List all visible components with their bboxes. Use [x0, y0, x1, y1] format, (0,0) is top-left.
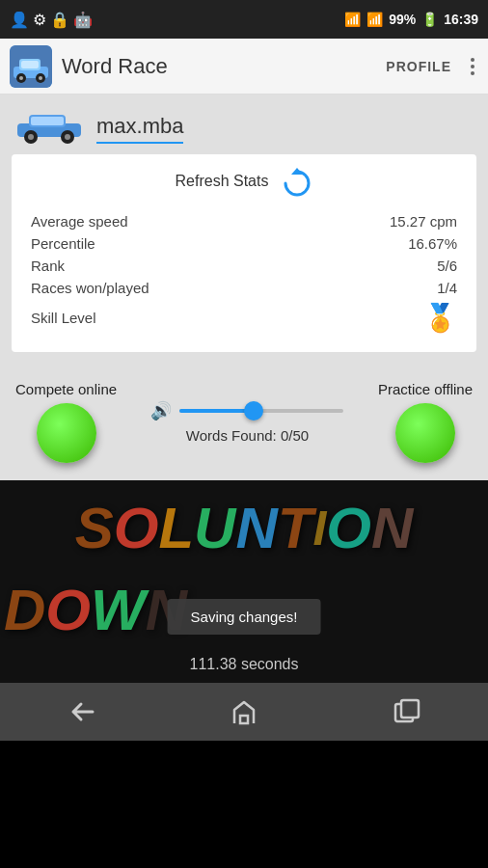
- percentile-value: 16.67%: [408, 235, 457, 252]
- svg-rect-7: [21, 61, 39, 68]
- letter-T: T: [278, 500, 313, 557]
- status-right: 📶 📶 99% 🔋 16:39: [344, 12, 478, 27]
- letter-U: U: [194, 500, 235, 557]
- timer-text: 111.38 seconds: [190, 656, 299, 672]
- profile-section: max.mba: [0, 95, 488, 154]
- compete-section: Compete online: [15, 381, 117, 463]
- volume-slider[interactable]: [179, 409, 343, 413]
- more-dot-1: [471, 58, 474, 62]
- notification-icon1: 👤: [10, 11, 29, 29]
- svg-point-13: [65, 134, 70, 140]
- app-bar: Word Race PROFILE: [0, 39, 488, 95]
- profile-button[interactable]: PROFILE: [386, 59, 451, 74]
- back-icon: [66, 698, 96, 725]
- letter-I: I: [312, 504, 326, 553]
- slider-thumb[interactable]: [244, 401, 263, 420]
- battery-percent: 99%: [389, 12, 416, 27]
- svg-rect-14: [31, 117, 64, 125]
- letter-N1: N: [235, 500, 277, 557]
- recent-apps-button[interactable]: [383, 692, 431, 731]
- home-icon: [230, 698, 258, 725]
- average-speed-label: Average speed: [31, 213, 128, 230]
- refresh-row: Refresh Stats: [31, 166, 457, 197]
- signal-icon: 📶: [366, 12, 383, 27]
- username-label: max.mba: [96, 114, 183, 144]
- bottom-nav: [0, 683, 488, 741]
- letter-S: S: [75, 500, 114, 557]
- game-controls: Compete online 🔊 Words Found: 0/50 Pract…: [0, 381, 488, 463]
- svg-point-4: [19, 76, 23, 80]
- rank-row: Rank 5/6: [31, 255, 457, 277]
- saving-toast: Saving changes!: [168, 599, 321, 635]
- races-label: Races won/played: [31, 280, 149, 296]
- slider-section: 🔊 Words Found: 0/50: [150, 400, 343, 444]
- car-icon-svg: [10, 45, 52, 88]
- words-found-label: Words Found: 0/50: [186, 427, 309, 444]
- letter-O1: O: [114, 500, 159, 557]
- wifi-icon: 📶: [344, 12, 361, 27]
- skill-row: Skill Level 🏅: [31, 299, 457, 337]
- compete-label: Compete online: [15, 381, 117, 397]
- more-dot-3: [471, 71, 474, 75]
- trophy-icon: 🏅: [423, 302, 457, 334]
- letter-N2: N: [371, 500, 413, 557]
- volume-icon: 🔊: [150, 400, 172, 421]
- rank-label: Rank: [31, 258, 65, 274]
- app-title: Word Race: [62, 54, 386, 79]
- letter-D: D: [4, 582, 45, 639]
- back-button[interactable]: [57, 692, 105, 731]
- letter-O3: O: [45, 582, 91, 639]
- toast-text: Saving changes!: [191, 609, 298, 625]
- stats-card: Refresh Stats Average speed 15.27 cpm Pe…: [12, 154, 476, 352]
- clock: 16:39: [444, 12, 478, 27]
- letter-L: L: [158, 500, 194, 557]
- refresh-button[interactable]: [282, 166, 312, 197]
- percentile-row: Percentile 16.67%: [31, 232, 457, 255]
- skill-label: Skill Level: [31, 310, 96, 326]
- timer-display: 111.38 seconds: [0, 656, 488, 673]
- word-row-1: S O L U N T I O N: [0, 500, 488, 557]
- svg-point-6: [39, 76, 42, 80]
- practice-button[interactable]: [395, 403, 455, 463]
- percentile-label: Percentile: [31, 235, 95, 252]
- game-canvas: S O L U N T I O N D O W N Saving changes…: [0, 480, 488, 683]
- username-container: max.mba: [96, 114, 473, 139]
- rank-value: 5/6: [437, 258, 457, 274]
- notification-icon2: ⚙: [33, 11, 46, 29]
- app-icon: [10, 45, 52, 88]
- svg-rect-18: [401, 700, 419, 718]
- refresh-label: Refresh Stats: [176, 173, 269, 190]
- status-bar: 👤 ⚙ 🔒 🤖 📶 📶 99% 🔋 16:39: [0, 0, 488, 39]
- home-button[interactable]: [220, 692, 268, 731]
- recent-apps-icon: [393, 698, 420, 725]
- average-speed-value: 15.27 cpm: [390, 213, 457, 230]
- notification-icons: 👤 ⚙ 🔒 🤖: [10, 11, 93, 29]
- more-dot-2: [471, 65, 474, 68]
- more-menu-button[interactable]: [467, 54, 478, 79]
- word-row-2: D O W N: [0, 582, 187, 639]
- notification-icon3: 🔒: [50, 11, 69, 29]
- races-row: Races won/played 1/4: [31, 277, 457, 299]
- practice-label: Practice offline: [378, 381, 473, 397]
- notification-icon4: 🤖: [73, 11, 93, 29]
- svg-rect-16: [240, 716, 248, 723]
- average-speed-row: Average speed 15.27 cpm: [31, 210, 457, 232]
- slider-fill: [179, 409, 254, 413]
- profile-car-image: [15, 108, 83, 145]
- letter-O2: O: [326, 500, 371, 557]
- compete-button[interactable]: [37, 403, 96, 463]
- volume-slider-row[interactable]: 🔊: [150, 400, 343, 421]
- svg-point-11: [28, 134, 34, 140]
- battery-icon: 🔋: [421, 12, 438, 27]
- letter-W: W: [91, 582, 146, 639]
- races-value: 1/4: [437, 280, 457, 296]
- practice-section: Practice offline: [378, 381, 473, 463]
